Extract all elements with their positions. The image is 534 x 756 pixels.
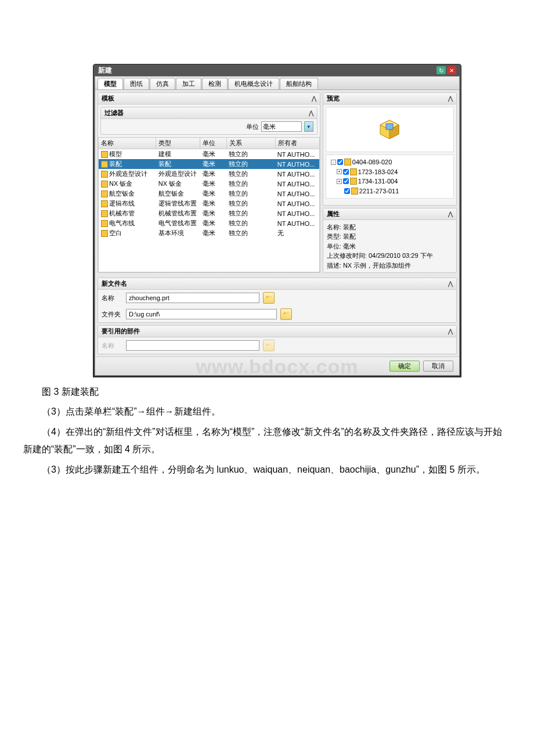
close-icon[interactable]: ✕ [447, 66, 456, 74]
table-row[interactable]: 航空钣金航空钣金毫米独立的NT AUTHO... [99, 189, 319, 199]
dropdown-icon[interactable]: ▼ [304, 121, 313, 132]
preview-header: 预览 [327, 94, 340, 103]
folder-label: 文件夹 [102, 310, 122, 319]
template-table: 名称 类型 单位 关系 所有者 [98, 137, 320, 149]
ref-name-input [126, 340, 259, 351]
table-row[interactable]: 模型建模毫米独立的NT AUTHO... [99, 149, 319, 159]
template-section: 模板 ⋀ 过滤器 ⋀ 单位 [98, 92, 320, 273]
ref-name-label: 名称 [102, 341, 122, 350]
ref-part-header: 要引用的部件 [102, 327, 140, 336]
chevron-up-icon[interactable]: ⋀ [448, 211, 453, 217]
col-type[interactable]: 类型 [156, 138, 200, 149]
ok-button[interactable]: 确定 [389, 361, 420, 372]
new-filename-section: 新文件名 ⋀ 名称 📁 文件夹 📁 [98, 278, 457, 323]
document-body: 图 3 新建装配 （3）点击菜单栏“装配”→组件→新建组件。 （4）在弹出的“新… [23, 383, 511, 478]
table-row[interactable]: 空白基本环境毫米独立的无 [99, 228, 319, 238]
col-name[interactable]: 名称 [99, 138, 156, 149]
filter-header: 过滤器 [104, 109, 124, 117]
assembly-tree[interactable]: -0404-089-020+1723-183-024+1734-131-0042… [326, 154, 454, 199]
col-owner[interactable]: 所有者 [275, 138, 319, 149]
watermark: www.bdocx.com [196, 355, 358, 377]
tab-simulation[interactable]: 仿真 [150, 78, 175, 89]
preview-section: 预览 ⋀ -0404-089- [323, 92, 457, 206]
attr-modified: 上次修改时间: 04/29/2010 03:29 下午 [327, 251, 453, 261]
unit-label: 单位 [246, 123, 259, 131]
template-header: 模板 [102, 94, 114, 103]
tab-mechatronics[interactable]: 机电概念设计 [228, 78, 279, 89]
col-unit[interactable]: 单位 [200, 138, 227, 149]
reset-icon[interactable]: ↻ [436, 66, 446, 74]
name-label: 名称 [102, 294, 122, 303]
browse-name-icon[interactable]: 📁 [263, 292, 275, 304]
table-row[interactable]: 电气布线电气管线布置毫米独立的NT AUTHO... [99, 218, 319, 228]
main-tabs: 模型 图纸 仿真 加工 检测 机电概念设计 船舶结构 [95, 77, 459, 90]
tab-drawing[interactable]: 图纸 [124, 78, 149, 89]
browse-folder-icon[interactable]: 📁 [280, 308, 292, 320]
tab-model[interactable]: 模型 [98, 78, 123, 89]
dialog-title: 新建 [98, 66, 112, 75]
chevron-up-icon[interactable]: ⋀ [448, 280, 453, 287]
chevron-up-icon[interactable]: ⋀ [448, 328, 453, 334]
tree-node[interactable]: +1734-131-004 [330, 177, 450, 186]
browse-ref-icon: 📁 [263, 340, 275, 351]
table-row[interactable]: 装配装配毫米独立的NT AUTHO... [99, 159, 319, 169]
name-input[interactable] [126, 293, 259, 303]
table-row[interactable]: 逻辑布线逻辑管线布置毫米独立的NT AUTHO... [99, 199, 319, 208]
col-relation[interactable]: 关系 [226, 138, 275, 149]
attributes-section: 属性 ⋀ 名称: 装配 类型: 装配 单位: 毫米 上次修改时间: 04/29/… [323, 208, 457, 273]
tab-ship[interactable]: 船舶结构 [280, 78, 318, 89]
table-row[interactable]: NX 钣金NX 钣金毫米独立的NT AUTHO... [99, 179, 319, 189]
tree-node[interactable]: +1723-183-024 [330, 167, 450, 177]
attr-type: 类型: 装配 [327, 232, 453, 242]
chevron-up-icon[interactable]: ⋀ [312, 95, 316, 102]
attr-name: 名称: 装配 [327, 222, 453, 232]
tab-inspection[interactable]: 检测 [202, 78, 228, 89]
svg-marker-3 [386, 124, 393, 129]
dialog-footer: www.bdocx.com 确定 取消 [95, 357, 459, 375]
chevron-up-icon[interactable]: ⋀ [448, 95, 453, 102]
paragraph: （3）按此步骤新建五个组件，分明命名为 lunkuo、waiquan、neiqu… [23, 461, 511, 478]
figure-caption: 图 3 新建装配 [23, 383, 511, 401]
cancel-button[interactable]: 取消 [423, 361, 453, 372]
new-filename-header: 新文件名 [102, 279, 127, 288]
assembly-preview-icon [378, 118, 401, 141]
attr-desc: 描述: NX 示例，开始添加组件 [327, 261, 453, 271]
tree-node[interactable]: -0404-089-020 [330, 157, 450, 167]
unit-select[interactable] [261, 121, 302, 132]
paragraph: （4）在弹出的“新组件文件”对话框里，名称为“模型”，注意修改“新文件名”的名称… [23, 423, 511, 459]
chevron-up-icon[interactable]: ⋀ [309, 110, 313, 116]
table-row[interactable]: 外观造型设计外观造型设计毫米独立的NT AUTHO... [99, 169, 319, 179]
ref-part-section: 要引用的部件 ⋀ 名称 📁 [98, 325, 457, 354]
preview-canvas [326, 107, 454, 152]
tab-machining[interactable]: 加工 [176, 78, 201, 89]
titlebar: 新建 ↻ ✕ [93, 64, 461, 76]
tree-node[interactable]: 2211-273-011 [330, 186, 450, 196]
table-row[interactable]: 机械布管机械管线布置毫米独立的NT AUTHO... [99, 208, 319, 218]
attr-unit: 单位: 毫米 [327, 242, 453, 251]
new-file-dialog: 新建 ↻ ✕ 模型 图纸 仿真 加工 检测 机电概念设计 船舶结构 [93, 64, 461, 377]
folder-input[interactable] [126, 309, 277, 319]
paragraph: （3）点击菜单栏“装配”→组件→新建组件。 [23, 403, 511, 420]
attributes-header: 属性 [327, 210, 340, 218]
